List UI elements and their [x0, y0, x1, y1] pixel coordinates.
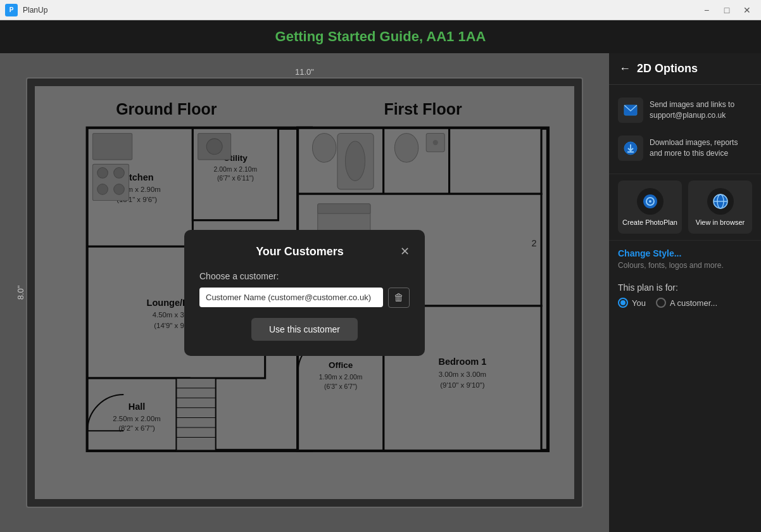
close-button[interactable]: ✕	[738, 4, 756, 16]
radio-you-label: You	[632, 298, 646, 308]
plan-is-for-section: This plan is for: You A customer...	[609, 277, 761, 315]
right-panel: ← 2D Options Send images and links to su…	[609, 53, 761, 532]
title-bar: P PlanUp − □ ✕	[0, 0, 761, 20]
radio-customer-label: A customer...	[670, 298, 717, 308]
change-style-sub: Colours, fonts, logos and more.	[609, 261, 761, 277]
customer-select[interactable]: Customer Name (customer@customer.co.uk)	[199, 288, 383, 307]
view-in-browser-label: View in browser	[696, 218, 745, 226]
dimension-top: 11.0"	[295, 67, 314, 77]
title-bar-left: P PlanUp	[5, 4, 47, 16]
radio-customer-dot	[656, 298, 666, 308]
radio-you[interactable]: You	[618, 298, 646, 308]
panel-send-section: Send images and links to support@planup.…	[609, 85, 761, 174]
delete-customer-button[interactable]: 🗑	[388, 288, 410, 308]
view-in-browser-button[interactable]: View in browser	[688, 180, 752, 234]
dialog-overlay: Your Customers ✕ Choose a customer: Cust…	[35, 86, 574, 499]
browser-icon	[707, 188, 734, 215]
download-text: Download images, reports and more to thi…	[650, 137, 752, 159]
panel-header: ← 2D Options	[609, 53, 761, 85]
create-photoplan-label: Create PhotoPlan	[622, 218, 677, 226]
window-controls: − □ ✕	[698, 4, 756, 16]
send-email-text: Send images and links to support@planup.…	[650, 99, 752, 121]
svg-point-65	[649, 200, 651, 203]
plan-is-for-label: This plan is for:	[618, 282, 752, 293]
customer-select-row: Customer Name (customer@customer.co.uk) …	[199, 288, 410, 308]
page-title: Getting Started Guide, AA1 1AA	[275, 28, 486, 45]
app-logo: P	[5, 4, 18, 16]
use-customer-button[interactable]: Use this customer	[251, 318, 358, 341]
header-bar: Getting Started Guide, AA1 1AA	[0, 20, 761, 53]
dialog-close-button[interactable]: ✕	[400, 246, 410, 257]
download-icon	[618, 136, 643, 161]
choose-customer-label: Choose a customer:	[199, 271, 410, 281]
panel-buttons-row: Create PhotoPlan View in browser	[609, 174, 761, 241]
floorplan-inner: Ground Floor First Floor Kitchen 4.00m x…	[35, 86, 574, 499]
create-photoplan-button[interactable]: Create PhotoPlan	[618, 180, 682, 234]
panel-title: 2D Options	[637, 62, 698, 75]
maximize-button[interactable]: □	[718, 4, 736, 16]
your-customers-dialog: Your Customers ✕ Choose a customer: Cust…	[184, 230, 425, 356]
email-icon	[618, 98, 643, 123]
dialog-title: Your Customers	[199, 245, 400, 258]
photoplan-icon	[637, 188, 664, 215]
download-action[interactable]: Download images, reports and more to thi…	[618, 129, 752, 167]
panel-back-button[interactable]: ←	[619, 62, 631, 75]
floorplan-outer: 11.0" 8.0" Ground Floor First Floor Kitc…	[26, 77, 583, 508]
main-content: 11.0" 8.0" Ground Floor First Floor Kitc…	[0, 53, 761, 532]
floorplan-area: 11.0" 8.0" Ground Floor First Floor Kitc…	[0, 53, 609, 532]
app-name: PlanUp	[23, 6, 47, 15]
dialog-header: Your Customers ✕	[199, 245, 410, 258]
change-style-link[interactable]: Change Style...	[609, 241, 761, 261]
radio-row: You A customer...	[618, 298, 752, 308]
minimize-button[interactable]: −	[698, 4, 715, 16]
send-email-action[interactable]: Send images and links to support@planup.…	[618, 91, 752, 129]
radio-you-dot	[618, 298, 628, 308]
radio-customer[interactable]: A customer...	[656, 298, 717, 308]
dimension-left: 8.0"	[16, 286, 25, 300]
